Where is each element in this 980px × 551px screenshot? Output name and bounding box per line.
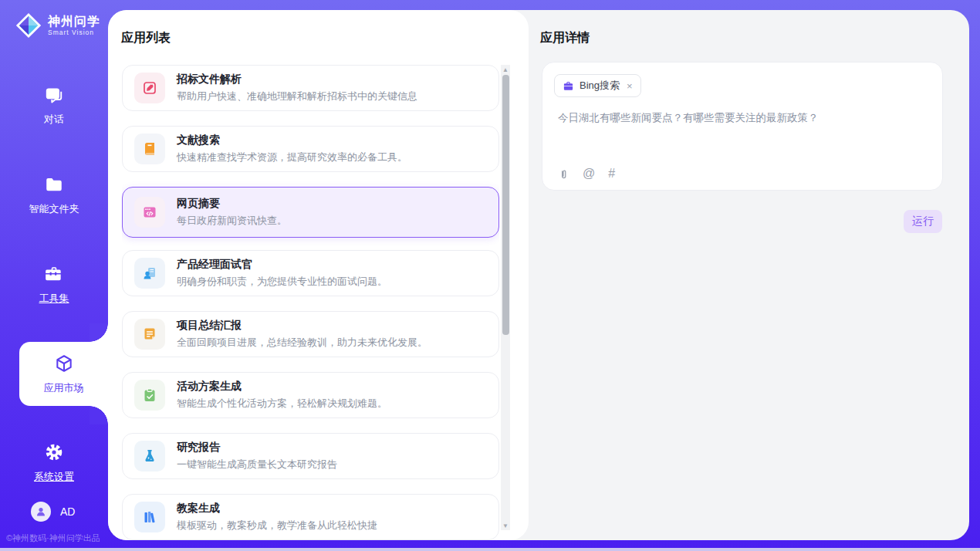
tool-tag-bing-search[interactable]: Bing搜索 × [554, 74, 641, 97]
sidebar-item-cube[interactable]: 应用市场 [19, 342, 108, 406]
app-detail-panel: 应用详情 Bing搜索 × 今日湖北有哪些新闻要点？有哪些需要关注的最新政策？ [529, 10, 969, 540]
bottom-edge-strip [0, 548, 980, 551]
app-card-title: 研究报告 [177, 441, 337, 455]
app-list-title: 应用列表 [108, 10, 529, 46]
app-card[interactable]: 产品经理面试官 明确身份和职责，为您提供专业性的面试问题。 [122, 250, 499, 296]
app-card-desc: 快速精准查找学术资源，提高研究效率的必备工具。 [177, 150, 407, 164]
app-card-desc: 模板驱动，教案秒成，教学准备从此轻松快捷 [177, 519, 377, 532]
prompt-card: Bing搜索 × 今日湖北有哪些新闻要点？有哪些需要关注的最新政策？ @ # [542, 62, 943, 191]
app-card[interactable]: 项目总结汇报 全面回顾项目进展，总结经验教训，助力未来优化发展。 [122, 311, 499, 357]
tool-tag-label: Bing搜索 [580, 79, 620, 93]
chat-icon [44, 85, 64, 108]
sidebar-nav: 对话 智能文件夹 工具集 应用市场 系统设置 [0, 40, 108, 484]
toolbox-icon [44, 264, 64, 287]
app-window: 神州问学 Smart Vision 对话 智能文件夹 工具集 应用市场 系统设置 [0, 0, 980, 551]
app-card-desc: 每日政府新闻资讯快查。 [177, 214, 287, 228]
app-card-title: 项目总结汇报 [177, 319, 427, 333]
scroll-up-icon[interactable]: ▲ [501, 65, 510, 74]
interviewer-icon [134, 258, 165, 289]
sidebar-item-label: 智能文件夹 [29, 202, 79, 216]
user-avatar [31, 502, 51, 522]
sidebar-item-label: 系统设置 [34, 470, 74, 484]
app-card-desc: 明确身份和职责，为您提供专业性的面试问题。 [177, 275, 387, 289]
app-card[interactable]: 文献搜索 快速精准查找学术资源，提高研究效率的必备工具。 [122, 126, 499, 172]
person-icon [35, 505, 47, 518]
brand-diamond-icon [14, 11, 43, 40]
cube-icon [54, 353, 74, 377]
app-detail-title: 应用详情 [529, 10, 969, 46]
user-account[interactable]: AD [31, 502, 75, 522]
bid-document-icon [134, 73, 165, 103]
app-card-desc: 全面回顾项目进展，总结经验教训，助力未来优化发展。 [177, 336, 427, 350]
gear-icon [44, 442, 64, 465]
run-button[interactable]: 运行 [904, 210, 942, 233]
sidebar-item-toolbox[interactable]: 工具集 [0, 264, 108, 306]
sidebar-item-chat[interactable]: 对话 [0, 85, 108, 127]
app-card-title: 文献搜索 [177, 134, 407, 147]
activity-plan-icon [134, 380, 165, 411]
app-card-title: 招标文件解析 [177, 73, 417, 86]
lesson-plan-icon [134, 502, 165, 532]
app-card[interactable]: 招标文件解析 帮助用户快速、准确地理解和解析招标书中的关键信息 [122, 65, 499, 111]
app-card[interactable]: 网页摘要 每日政府新闻资讯快查。 [122, 187, 499, 238]
brand-name: 神州问学 [48, 15, 100, 29]
tag-close-icon[interactable]: × [627, 80, 633, 92]
app-card-title: 活动方案生成 [177, 380, 387, 394]
app-card-list: 招标文件解析 帮助用户快速、准确地理解和解析招标书中的关键信息 文献搜索 快速精… [122, 65, 499, 540]
copyright-text: ©神州数码·神州问学出品 [6, 532, 100, 544]
app-card-title: 教案生成 [177, 502, 377, 516]
prompt-toolbar: @ # [558, 167, 615, 180]
app-card-desc: 帮助用户快速、准确地理解和解析招标书中的关键信息 [177, 90, 417, 103]
sidebar-item-label: 对话 [44, 113, 64, 127]
app-card-desc: 智能生成个性化活动方案，轻松解决规划难题。 [177, 397, 387, 411]
sidebar-item-label: 应用市场 [44, 381, 84, 395]
folder-icon [44, 174, 64, 198]
sidebar-item-label: 工具集 [39, 292, 69, 306]
sidebar: 神州问学 Smart Vision 对话 智能文件夹 工具集 应用市场 系统设置 [0, 0, 108, 551]
brand-logo: 神州问学 Smart Vision [0, 0, 108, 40]
scrollbar-thumb[interactable] [502, 75, 509, 335]
briefcase-icon [563, 80, 574, 92]
app-card-title: 产品经理面试官 [177, 258, 387, 272]
brand-subtitle: Smart Vision [48, 29, 100, 36]
sidebar-item-folder[interactable]: 智能文件夹 [0, 174, 108, 216]
hash-icon[interactable]: # [608, 167, 615, 180]
scroll-down-icon[interactable]: ▼ [501, 521, 510, 530]
app-list-panel: 应用列表 招标文件解析 帮助用户快速、准确地理解和解析招标书中的关键信息 文献搜… [108, 10, 529, 540]
literature-search-icon [134, 134, 165, 164]
project-summary-icon [134, 319, 165, 350]
app-card[interactable]: 教案生成 模板驱动，教案秒成，教学准备从此轻松快捷 [122, 494, 499, 540]
app-card[interactable]: 活动方案生成 智能生成个性化活动方案，轻松解决规划难题。 [122, 372, 499, 418]
research-report-icon [134, 441, 165, 472]
attachment-icon[interactable] [558, 168, 569, 180]
webpage-summary-icon [134, 197, 165, 228]
mention-icon[interactable]: @ [583, 167, 595, 180]
app-card-title: 网页摘要 [177, 197, 287, 211]
sidebar-item-gear[interactable]: 系统设置 [0, 442, 108, 484]
prompt-input[interactable]: 今日湖北有哪些新闻要点？有哪些需要关注的最新政策？ [558, 110, 928, 126]
app-card-desc: 一键智能生成高质量长文本研究报告 [177, 458, 337, 472]
app-card[interactable]: 研究报告 一键智能生成高质量长文本研究报告 [122, 433, 499, 479]
list-scrollbar[interactable]: ▲ ▼ [501, 65, 510, 530]
main-content: 应用列表 招标文件解析 帮助用户快速、准确地理解和解析招标书中的关键信息 文献搜… [108, 10, 969, 540]
user-name: AD [60, 505, 75, 518]
